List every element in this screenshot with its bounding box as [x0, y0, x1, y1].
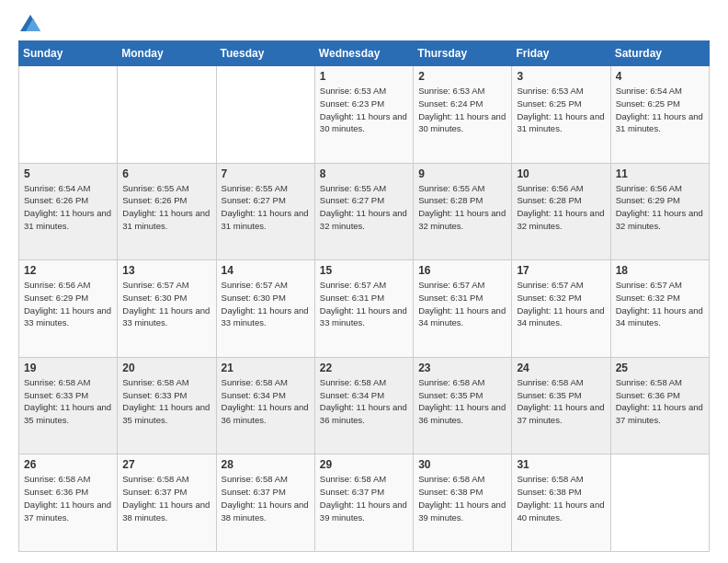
- calendar-cell: 21Sunrise: 6:58 AM Sunset: 6:34 PM Dayli…: [216, 357, 314, 454]
- day-number: 6: [122, 167, 210, 180]
- day-info: Sunrise: 6:58 AM Sunset: 6:34 PM Dayligh…: [320, 376, 408, 427]
- day-info: Sunrise: 6:56 AM Sunset: 6:29 PM Dayligh…: [616, 182, 704, 233]
- calendar-day-header: Sunday: [19, 41, 118, 66]
- calendar-cell: 13Sunrise: 6:57 AM Sunset: 6:30 PM Dayli…: [118, 260, 216, 358]
- calendar-table: SundayMondayTuesdayWednesdayThursdayFrid…: [18, 40, 710, 552]
- calendar-week-row: 12Sunrise: 6:56 AM Sunset: 6:29 PM Dayli…: [19, 260, 710, 358]
- day-info: Sunrise: 6:58 AM Sunset: 6:38 PM Dayligh…: [418, 473, 506, 523]
- day-number: 20: [122, 362, 210, 374]
- day-number: 30: [418, 458, 506, 471]
- day-number: 13: [122, 264, 210, 277]
- day-number: 15: [320, 264, 408, 277]
- day-number: 31: [517, 458, 605, 471]
- day-number: 17: [517, 264, 605, 277]
- day-number: 19: [24, 362, 112, 374]
- calendar-day-header: Wednesday: [314, 41, 413, 66]
- page: SundayMondayTuesdayWednesdayThursdayFrid…: [0, 0, 728, 563]
- calendar-day-header: Saturday: [610, 41, 709, 66]
- calendar-cell: 14Sunrise: 6:57 AM Sunset: 6:30 PM Dayli…: [216, 260, 314, 358]
- day-info: Sunrise: 6:57 AM Sunset: 6:30 PM Dayligh…: [122, 279, 210, 329]
- calendar-cell: 1Sunrise: 6:53 AM Sunset: 6:23 PM Daylig…: [314, 66, 413, 164]
- calendar-cell: 4Sunrise: 6:54 AM Sunset: 6:25 PM Daylig…: [610, 66, 709, 164]
- calendar-cell: 18Sunrise: 6:57 AM Sunset: 6:32 PM Dayli…: [610, 260, 709, 358]
- calendar-cell: 25Sunrise: 6:58 AM Sunset: 6:36 PM Dayli…: [610, 357, 709, 454]
- day-number: 7: [222, 167, 310, 180]
- calendar-cell: 10Sunrise: 6:56 AM Sunset: 6:28 PM Dayli…: [512, 163, 610, 260]
- day-info: Sunrise: 6:57 AM Sunset: 6:32 PM Dayligh…: [616, 279, 704, 329]
- calendar-cell: 22Sunrise: 6:58 AM Sunset: 6:34 PM Dayli…: [314, 357, 413, 454]
- calendar-cell: 5Sunrise: 6:54 AM Sunset: 6:26 PM Daylig…: [19, 163, 118, 260]
- calendar-cell: 11Sunrise: 6:56 AM Sunset: 6:29 PM Dayli…: [610, 163, 709, 260]
- calendar-cell: [118, 66, 216, 164]
- day-info: Sunrise: 6:58 AM Sunset: 6:37 PM Dayligh…: [320, 473, 408, 523]
- day-number: 23: [418, 362, 506, 374]
- day-number: 21: [222, 362, 310, 374]
- calendar-cell: 28Sunrise: 6:58 AM Sunset: 6:37 PM Dayli…: [216, 454, 314, 552]
- calendar-day-header: Monday: [118, 41, 216, 66]
- calendar-cell: 29Sunrise: 6:58 AM Sunset: 6:37 PM Dayli…: [314, 454, 413, 552]
- logo-icon: [20, 15, 40, 31]
- day-number: 14: [222, 264, 310, 277]
- day-info: Sunrise: 6:55 AM Sunset: 6:27 PM Dayligh…: [222, 182, 310, 233]
- day-info: Sunrise: 6:58 AM Sunset: 6:36 PM Dayligh…: [24, 473, 112, 523]
- day-number: 11: [616, 167, 704, 180]
- day-info: Sunrise: 6:58 AM Sunset: 6:35 PM Dayligh…: [418, 376, 506, 427]
- calendar-cell: 12Sunrise: 6:56 AM Sunset: 6:29 PM Dayli…: [19, 260, 118, 358]
- day-number: 1: [320, 70, 408, 83]
- day-info: Sunrise: 6:58 AM Sunset: 6:38 PM Dayligh…: [517, 473, 605, 523]
- day-number: 25: [616, 362, 704, 374]
- calendar-week-row: 1Sunrise: 6:53 AM Sunset: 6:23 PM Daylig…: [19, 66, 710, 164]
- calendar-cell: 30Sunrise: 6:58 AM Sunset: 6:38 PM Dayli…: [414, 454, 512, 552]
- day-number: 29: [320, 458, 408, 471]
- day-info: Sunrise: 6:58 AM Sunset: 6:35 PM Dayligh…: [517, 376, 605, 427]
- day-number: 12: [24, 264, 112, 277]
- day-info: Sunrise: 6:53 AM Sunset: 6:23 PM Dayligh…: [320, 85, 408, 135]
- day-number: 10: [517, 167, 605, 180]
- calendar-header-row: SundayMondayTuesdayWednesdayThursdayFrid…: [19, 41, 710, 66]
- day-info: Sunrise: 6:58 AM Sunset: 6:37 PM Dayligh…: [222, 473, 310, 523]
- calendar-cell: 9Sunrise: 6:55 AM Sunset: 6:28 PM Daylig…: [414, 163, 512, 260]
- day-number: 9: [418, 167, 506, 180]
- calendar-cell: 19Sunrise: 6:58 AM Sunset: 6:33 PM Dayli…: [19, 357, 118, 454]
- day-info: Sunrise: 6:57 AM Sunset: 6:32 PM Dayligh…: [517, 279, 605, 329]
- calendar-cell: 27Sunrise: 6:58 AM Sunset: 6:37 PM Dayli…: [118, 454, 216, 552]
- day-info: Sunrise: 6:58 AM Sunset: 6:33 PM Dayligh…: [24, 376, 112, 427]
- day-info: Sunrise: 6:56 AM Sunset: 6:28 PM Dayligh…: [517, 182, 605, 233]
- day-info: Sunrise: 6:55 AM Sunset: 6:28 PM Dayligh…: [418, 182, 506, 233]
- day-number: 27: [122, 458, 210, 471]
- day-info: Sunrise: 6:53 AM Sunset: 6:25 PM Dayligh…: [517, 85, 605, 135]
- day-info: Sunrise: 6:55 AM Sunset: 6:26 PM Dayligh…: [122, 182, 210, 233]
- calendar-cell: 17Sunrise: 6:57 AM Sunset: 6:32 PM Dayli…: [512, 260, 610, 358]
- day-number: 4: [616, 70, 704, 83]
- calendar-cell: 16Sunrise: 6:57 AM Sunset: 6:31 PM Dayli…: [414, 260, 512, 358]
- day-number: 22: [320, 362, 408, 374]
- calendar-cell: [216, 66, 314, 164]
- day-number: 2: [418, 70, 506, 83]
- calendar-day-header: Tuesday: [216, 41, 314, 66]
- calendar-cell: 7Sunrise: 6:55 AM Sunset: 6:27 PM Daylig…: [216, 163, 314, 260]
- calendar-cell: 3Sunrise: 6:53 AM Sunset: 6:25 PM Daylig…: [512, 66, 610, 164]
- day-number: 26: [24, 458, 112, 471]
- calendar-cell: 26Sunrise: 6:58 AM Sunset: 6:36 PM Dayli…: [19, 454, 118, 552]
- day-info: Sunrise: 6:54 AM Sunset: 6:25 PM Dayligh…: [616, 85, 704, 135]
- day-info: Sunrise: 6:57 AM Sunset: 6:31 PM Dayligh…: [418, 279, 506, 329]
- calendar-cell: 20Sunrise: 6:58 AM Sunset: 6:33 PM Dayli…: [118, 357, 216, 454]
- calendar-cell: [610, 454, 709, 552]
- calendar-cell: 2Sunrise: 6:53 AM Sunset: 6:24 PM Daylig…: [414, 66, 512, 164]
- day-info: Sunrise: 6:55 AM Sunset: 6:27 PM Dayligh…: [320, 182, 408, 233]
- calendar-cell: 8Sunrise: 6:55 AM Sunset: 6:27 PM Daylig…: [314, 163, 413, 260]
- day-info: Sunrise: 6:58 AM Sunset: 6:33 PM Dayligh…: [122, 376, 210, 427]
- header: [18, 15, 710, 31]
- day-info: Sunrise: 6:57 AM Sunset: 6:31 PM Dayligh…: [320, 279, 408, 329]
- calendar-cell: 15Sunrise: 6:57 AM Sunset: 6:31 PM Dayli…: [314, 260, 413, 358]
- day-info: Sunrise: 6:58 AM Sunset: 6:36 PM Dayligh…: [616, 376, 704, 427]
- calendar-week-row: 5Sunrise: 6:54 AM Sunset: 6:26 PM Daylig…: [19, 163, 710, 260]
- calendar-cell: 6Sunrise: 6:55 AM Sunset: 6:26 PM Daylig…: [118, 163, 216, 260]
- day-number: 28: [222, 458, 310, 471]
- logo: [18, 15, 40, 31]
- calendar-cell: 24Sunrise: 6:58 AM Sunset: 6:35 PM Dayli…: [512, 357, 610, 454]
- day-info: Sunrise: 6:53 AM Sunset: 6:24 PM Dayligh…: [418, 85, 506, 135]
- day-info: Sunrise: 6:58 AM Sunset: 6:34 PM Dayligh…: [222, 376, 310, 427]
- day-number: 16: [418, 264, 506, 277]
- calendar-cell: [19, 66, 118, 164]
